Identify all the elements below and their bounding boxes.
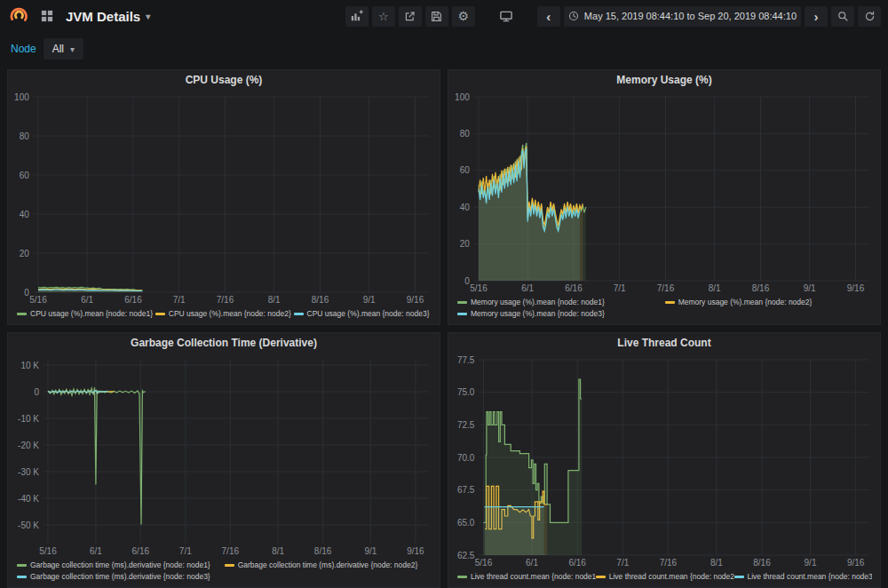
svg-text:40: 40: [20, 210, 30, 219]
svg-text:7/16: 7/16: [660, 558, 678, 568]
time-back-button[interactable]: ‹: [537, 6, 560, 27]
legend-series-label: Live thread count.mean {node: node3}: [748, 571, 873, 583]
variable-value-text: All: [52, 43, 64, 55]
legend-series-swatch: [294, 313, 304, 315]
svg-text:8/16: 8/16: [753, 558, 771, 568]
svg-text:9/16: 9/16: [407, 295, 424, 305]
legend-series-label: Memory usage (%).mean {node: node3}: [471, 308, 605, 320]
legend-item[interactable]: Garbage collection time (ms).derivative …: [225, 560, 432, 571]
cpu-usage-chart[interactable]: 0204060801005/166/16/167/17/168/18/169/1…: [8, 90, 440, 306]
legend-item[interactable]: CPU usage (%).mean {node: node3}: [294, 308, 432, 320]
refresh-icon: [864, 11, 876, 22]
legend-series-swatch: [596, 576, 606, 578]
legend-series-swatch: [457, 576, 467, 578]
svg-text:8/1: 8/1: [272, 546, 284, 556]
legend-series-swatch: [457, 313, 467, 315]
legend-series-label: Memory usage (%).mean {node: node1}: [471, 297, 605, 308]
time-forward-button[interactable]: ›: [805, 6, 828, 27]
legend-item[interactable]: Memory usage (%).mean {node: node1}: [457, 297, 665, 308]
panel-live-thread-count: Live Thread Count 77.575.072.570.067.565…: [448, 332, 881, 588]
panel-title[interactable]: CPU Usage (%): [8, 70, 440, 90]
legend-series-swatch: [734, 576, 744, 578]
svg-text:65.0: 65.0: [457, 518, 475, 528]
svg-text:70.0: 70.0: [457, 453, 475, 463]
magnifier-icon: [837, 11, 849, 22]
panel-gc-time: Garbage Collection Time (Derivative) 10 …: [7, 332, 440, 588]
svg-text:80: 80: [460, 129, 471, 139]
legend-series-swatch: [225, 564, 234, 567]
legend-item[interactable]: Live thread count.mean {node: node1}: [457, 571, 596, 583]
svg-text:40: 40: [460, 203, 471, 212]
svg-text:67.5: 67.5: [457, 485, 475, 495]
chart-canvas[interactable]: 0204060801005/166/16/167/17/168/18/169/1…: [8, 90, 440, 306]
panel-title[interactable]: Garbage Collection Time (Derivative): [8, 333, 440, 353]
svg-text:-50 K: -50 K: [18, 520, 39, 530]
svg-text:7/16: 7/16: [657, 283, 675, 293]
chevron-right-icon: ›: [814, 10, 819, 23]
svg-text:20: 20: [20, 249, 30, 258]
panel-title[interactable]: Memory Usage (%): [448, 70, 880, 90]
svg-text:8/1: 8/1: [268, 295, 281, 305]
star-button[interactable]: ☆: [372, 6, 395, 27]
legend-series-swatch: [17, 313, 27, 315]
svg-text:77.5: 77.5: [457, 355, 475, 365]
svg-text:7/16: 7/16: [222, 546, 240, 556]
legend-series-label: CPU usage (%).mean {node: node3}: [307, 308, 430, 320]
gc-time-chart[interactable]: 10 K0-10 K-20 K-30 K-40 K-50 K5/166/16/1…: [8, 353, 440, 558]
live-thread-count-chart[interactable]: 77.575.072.570.067.565.062.55/166/16/167…: [448, 353, 880, 569]
svg-text:7/16: 7/16: [217, 295, 234, 305]
svg-text:-20 K: -20 K: [18, 441, 39, 450]
dashboard-title[interactable]: JVM Details ▾: [66, 9, 150, 24]
monitor-icon: [499, 10, 513, 23]
chart-canvas[interactable]: 0204060801005/166/16/167/17/168/18/169/1…: [448, 90, 880, 295]
svg-text:9/16: 9/16: [847, 283, 865, 293]
svg-text:6/16: 6/16: [568, 558, 586, 568]
time-range-button[interactable]: May 15, 2019 08:44:10 to Sep 20, 2019 08…: [564, 6, 801, 27]
svg-text:-10 K: -10 K: [18, 414, 39, 424]
svg-text:8/1: 8/1: [709, 283, 721, 293]
variable-value-dropdown[interactable]: All ▾: [44, 38, 83, 60]
legend-item[interactable]: Memory usage (%).mean {node: node2}: [665, 297, 873, 308]
save-button[interactable]: [425, 6, 448, 27]
legend-series-label: Garbage collection time (ms).derivative …: [238, 560, 418, 571]
legend-series-label: Garbage collection time (ms).derivative …: [30, 560, 210, 571]
legend-series-swatch: [155, 313, 165, 315]
legend-item[interactable]: CPU usage (%).mean {node: node2}: [155, 308, 294, 320]
navbar-actions: ☆ ⚙ ‹: [345, 6, 881, 27]
svg-text:9/16: 9/16: [847, 558, 865, 568]
zoom-out-button[interactable]: [831, 6, 854, 27]
legend-series-label: Live thread count.mean {node: node2}: [609, 571, 734, 583]
svg-text:9/1: 9/1: [363, 295, 376, 305]
svg-text:5/16: 5/16: [29, 295, 47, 305]
dashboards-grid-icon[interactable]: [36, 6, 59, 27]
legend-item[interactable]: Memory usage (%).mean {node: node3}: [457, 308, 665, 320]
svg-text:7/1: 7/1: [614, 283, 626, 293]
legend-item[interactable]: Garbage collection time (ms).derivative …: [17, 560, 225, 571]
legend-item[interactable]: Garbage collection time (ms).derivative …: [17, 571, 225, 583]
legend-item[interactable]: Live thread count.mean {node: node2}: [596, 571, 734, 583]
svg-text:-30 K: -30 K: [18, 467, 39, 477]
legend-item[interactable]: CPU usage (%).mean {node: node1}: [17, 308, 155, 320]
svg-text:72.5: 72.5: [457, 420, 475, 430]
panel-title[interactable]: Live Thread Count: [448, 333, 880, 353]
legend-series-label: CPU usage (%).mean {node: node2}: [169, 308, 291, 320]
svg-text:5/16: 5/16: [470, 283, 488, 293]
grafana-logo-icon[interactable]: [7, 4, 30, 28]
settings-button[interactable]: ⚙: [452, 6, 475, 27]
legend-series-label: CPU usage (%).mean {node: node1}: [30, 308, 153, 320]
legend-item[interactable]: Live thread count.mean {node: node3}: [734, 571, 873, 583]
chart-canvas[interactable]: 10 K0-10 K-20 K-30 K-40 K-50 K5/166/16/1…: [8, 353, 440, 558]
legend-series-label: Memory usage (%).mean {node: node2}: [678, 297, 813, 308]
svg-text:7/1: 7/1: [179, 546, 192, 556]
dashboard-submenu: Node All ▾: [0, 32, 888, 66]
svg-text:6/1: 6/1: [81, 295, 93, 305]
refresh-button[interactable]: [858, 6, 881, 27]
share-button[interactable]: [399, 6, 422, 27]
cpu-usage-legend: CPU usage (%).mean {node: node1}CPU usag…: [8, 306, 440, 324]
svg-text:8/16: 8/16: [312, 295, 329, 305]
svg-text:6/1: 6/1: [521, 283, 534, 293]
memory-usage-chart[interactable]: 0204060801005/166/16/167/17/168/18/169/1…: [448, 90, 880, 295]
chart-canvas[interactable]: 77.575.072.570.067.565.062.55/166/16/167…: [448, 353, 880, 569]
tv-mode-button[interactable]: [495, 6, 518, 27]
add-panel-button[interactable]: [345, 6, 369, 27]
